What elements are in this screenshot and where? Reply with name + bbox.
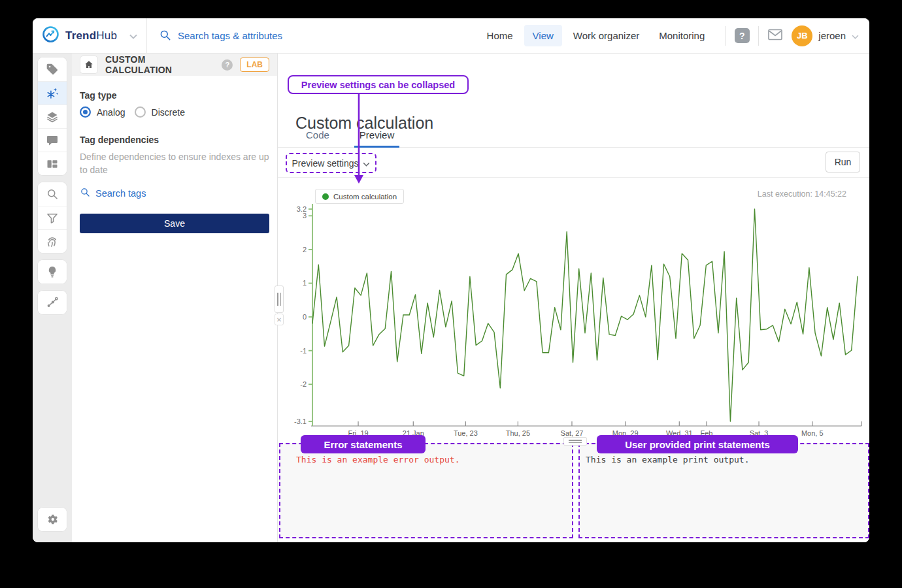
panel-resize-handle: ✕ — [275, 286, 284, 325]
preview-settings-chevron-down-icon — [363, 158, 370, 169]
brand-block[interactable]: TrendHub — [33, 18, 147, 53]
run-button[interactable]: Run — [826, 152, 860, 172]
context-graph-icon[interactable] — [38, 291, 67, 314]
global-search-placeholder: Search tags & attributes — [178, 30, 282, 41]
brand-chevron-down-icon — [129, 30, 137, 42]
svg-text:-1: -1 — [300, 347, 307, 355]
help-button[interactable]: ? — [731, 25, 753, 47]
rail-group-ideas — [38, 260, 67, 284]
print-output-text: This is an example print output. — [586, 455, 749, 465]
console-resize-handle[interactable] — [563, 437, 587, 446]
svg-text:2: 2 — [303, 246, 307, 253]
radio-discrete-label: Discrete — [152, 107, 185, 118]
error-output-text: This is an example error output. — [296, 455, 459, 465]
dashboard-icon[interactable] — [38, 152, 67, 175]
svg-text:Thu, 25: Thu, 25 — [506, 429, 530, 437]
svg-text:0: 0 — [303, 313, 307, 321]
svg-text:-3.1: -3.1 — [294, 417, 307, 425]
print-statements-callout: User provided print statements — [597, 435, 798, 453]
chart-svg[interactable]: Fri, 1921 JanTue, 23Thu, 25Sat, 27Mon, 2… — [288, 182, 869, 443]
legend-series-dot — [322, 193, 329, 200]
primary-nav: Home View Work organizer Monitoring — [478, 25, 714, 46]
settings-gear-icon[interactable] — [38, 508, 67, 531]
panel-collapse-button[interactable]: ✕ — [275, 314, 284, 325]
rail-group-discovery — [38, 182, 67, 253]
radio-option-discrete[interactable]: Discrete — [135, 106, 185, 118]
search-tool-icon[interactable] — [38, 182, 67, 206]
preview-settings-label: Preview settings — [292, 158, 359, 169]
annotation-callout: Preview settings can be collapsed — [288, 75, 469, 94]
tab-bar: Code Preview — [278, 127, 869, 148]
app-window: TrendHub Search tags & attributes Home V… — [33, 18, 869, 542]
svg-text:3: 3 — [303, 212, 307, 220]
user-menu[interactable]: JB jeroen — [786, 25, 869, 46]
screenshot-frame: TrendHub Search tags & attributes Home V… — [0, 0, 902, 588]
panel-title: CUSTOM CALCULATION — [105, 54, 214, 75]
nav-divider — [758, 26, 759, 46]
legend-series-label: Custom calculation — [333, 193, 397, 201]
radio-analog[interactable] — [80, 106, 91, 118]
main-content: Preview settings can be collapsed Custom… — [278, 54, 869, 542]
icon-rail — [33, 54, 72, 542]
panel-help-icon[interactable]: ? — [222, 59, 233, 71]
tag-dependencies-label: Tag dependencies — [80, 135, 269, 145]
search-tags-link[interactable]: Search tags — [80, 187, 269, 199]
radio-discrete[interactable] — [135, 106, 146, 118]
radio-option-analog[interactable]: Analog — [80, 106, 125, 118]
tag-builder-panel: CUSTOM CALCULATION ? LAB Tag type Analog… — [72, 54, 278, 542]
rail-group-workspace — [38, 57, 67, 175]
envelope-icon — [767, 28, 783, 44]
nav-divider — [725, 26, 726, 46]
save-button[interactable]: Save — [80, 214, 269, 233]
panel-header: CUSTOM CALCULATION ? LAB — [72, 54, 277, 76]
tag-icon[interactable] — [38, 57, 67, 81]
top-navbar: TrendHub Search tags & attributes Home V… — [33, 18, 869, 54]
fingerprint-icon[interactable] — [38, 229, 67, 253]
nav-item-home[interactable]: Home — [478, 25, 522, 46]
lab-badge: LAB — [240, 57, 269, 72]
user-chevron-down-icon — [852, 30, 859, 42]
nav-item-monitoring[interactable]: Monitoring — [650, 25, 713, 46]
search-tags-icon — [80, 187, 90, 199]
svg-text:-2: -2 — [300, 380, 307, 388]
preview-settings-toggle[interactable]: Preview settings — [286, 153, 376, 173]
toolbar-divider — [278, 177, 869, 178]
search-icon — [159, 29, 171, 43]
filter-icon[interactable] — [38, 206, 67, 229]
nav-item-view[interactable]: View — [524, 25, 562, 46]
custom-calculation-icon[interactable] — [38, 81, 67, 105]
home-button[interactable] — [80, 56, 98, 74]
rail-group-context — [38, 291, 67, 314]
tag-type-label: Tag type — [80, 90, 269, 101]
svg-text:1: 1 — [303, 279, 307, 287]
radio-analog-label: Analog — [97, 107, 125, 118]
nav-item-work-organizer[interactable]: Work organizer — [565, 25, 648, 46]
tab-code[interactable]: Code — [301, 127, 335, 147]
lightbulb-icon[interactable] — [38, 260, 67, 284]
help-icon: ? — [735, 28, 750, 43]
svg-text:Sat, 27: Sat, 27 — [561, 429, 584, 437]
trendhub-logo-icon — [42, 25, 59, 46]
svg-text:Tue, 23: Tue, 23 — [454, 429, 478, 437]
messages-button[interactable] — [764, 25, 786, 47]
tag-dependencies-hint: Define dependencies to ensure indexes ar… — [80, 151, 269, 176]
rail-group-settings — [38, 508, 67, 531]
brand-name: TrendHub — [65, 29, 117, 42]
svg-text:Mon, 5: Mon, 5 — [801, 429, 824, 437]
comment-icon[interactable] — [38, 128, 67, 152]
tab-preview[interactable]: Preview — [354, 127, 399, 147]
global-search-input[interactable]: Search tags & attributes — [147, 29, 478, 43]
panel-drag-grip[interactable] — [275, 286, 284, 313]
chart-legend[interactable]: Custom calculation — [315, 189, 404, 204]
search-tags-label: Search tags — [95, 188, 146, 199]
tag-type-radios: Analog Discrete — [80, 106, 269, 118]
avatar: JB — [792, 25, 812, 46]
error-statements-callout: Error statements — [301, 435, 426, 453]
username: jeroen — [818, 30, 846, 41]
layers-icon[interactable] — [38, 105, 67, 128]
